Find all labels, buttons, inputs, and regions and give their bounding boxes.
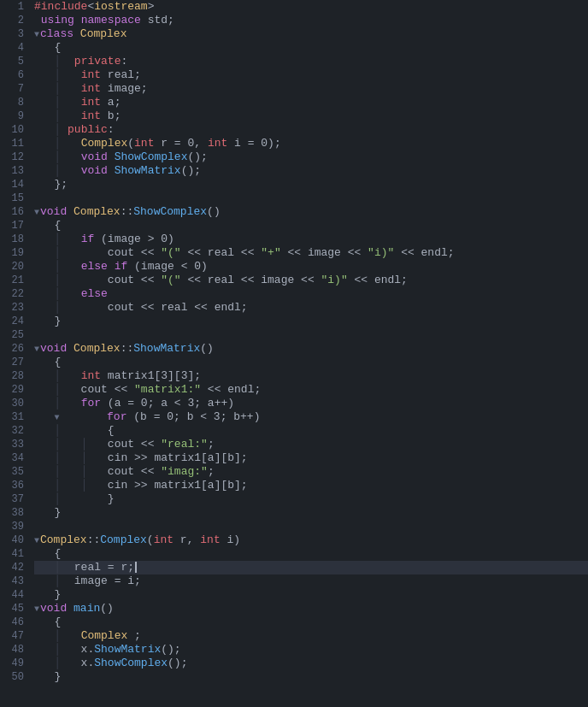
code-line-29: │ cout << "matrix1:" << endl; bbox=[34, 383, 588, 397]
code-line-32: │ { bbox=[34, 424, 588, 438]
fold-icon-45[interactable]: ▼ bbox=[34, 603, 39, 616]
code-line-6: │ int real; bbox=[34, 68, 588, 82]
code-line-18: │ if (image > 0) bbox=[34, 233, 588, 246]
code-line-47: │ Complex ; bbox=[34, 629, 588, 643]
code-line-24: } bbox=[34, 315, 588, 328]
code-line-23: │ cout << real << endl; bbox=[34, 301, 588, 315]
code-line-9: │ int b; bbox=[34, 109, 588, 123]
code-content[interactable]: #include<iostream> using namespace std; … bbox=[31, 0, 588, 707]
code-line-3: ▼class Complex bbox=[34, 27, 588, 41]
code-line-16: ▼void Complex::ShowComplex() bbox=[34, 205, 588, 219]
fold-icon-16[interactable]: ▼ bbox=[34, 206, 39, 220]
code-line-14: }; bbox=[34, 178, 588, 191]
code-line-10: │ public: bbox=[34, 123, 588, 137]
code-line-26: ▼void Complex::ShowMatrix() bbox=[34, 342, 588, 356]
code-line-40: ▼Complex::Complex(int r, int i) bbox=[34, 533, 588, 547]
code-line-20: │ else if (image < 0) bbox=[34, 260, 588, 274]
code-line-22: │ else bbox=[34, 287, 588, 301]
code-line-38: } bbox=[34, 506, 588, 520]
code-line-45: ▼void main() bbox=[34, 602, 588, 616]
fold-icon-3[interactable]: ▼ bbox=[34, 28, 39, 42]
fold-icon-31[interactable]: ▼ bbox=[54, 411, 59, 425]
code-line-36: │ │ cin >> matrix1[a][b]; bbox=[34, 479, 588, 492]
code-line-11: │ Complex(int r = 0, int i = 0); bbox=[34, 137, 588, 150]
code-line-34: │ │ cin >> matrix1[a][b]; bbox=[34, 451, 588, 465]
code-line-1: #include<iostream> bbox=[34, 0, 588, 14]
code-line-37: │ } bbox=[34, 492, 588, 506]
code-line-35: │ │ cout << "imag:"; bbox=[34, 465, 588, 479]
code-line-30: │ for (a = 0; a < 3; a++) bbox=[34, 397, 588, 410]
code-line-15 bbox=[34, 191, 588, 205]
code-line-50: } bbox=[34, 670, 588, 684]
code-line-13: │ void ShowMatrix(); bbox=[34, 164, 588, 178]
code-editor: 1 2 3 4 5 6 7 8 9 10 11 12 13 14 15 16 1… bbox=[0, 0, 588, 707]
code-line-39 bbox=[34, 520, 588, 533]
code-line-49: │ x.ShowComplex(); bbox=[34, 657, 588, 670]
fold-icon-26[interactable]: ▼ bbox=[34, 343, 39, 356]
code-line-42: │ real = r; bbox=[34, 561, 588, 574]
code-line-2: using namespace std; bbox=[34, 14, 588, 27]
code-line-17: { bbox=[34, 219, 588, 233]
code-line-43: │ image = i; bbox=[34, 574, 588, 588]
code-line-5: │ private: bbox=[34, 55, 588, 68]
code-line-28: │ int matrix1[3][3]; bbox=[34, 369, 588, 383]
code-line-46: { bbox=[34, 616, 588, 629]
code-line-12: │ void ShowComplex(); bbox=[34, 150, 588, 164]
code-line-8: │ int a; bbox=[34, 96, 588, 109]
code-line-27: { bbox=[34, 356, 588, 369]
code-line-44: } bbox=[34, 588, 588, 602]
code-line-4: { bbox=[34, 41, 588, 55]
code-line-25 bbox=[34, 328, 588, 342]
line-numbers: 1 2 3 4 5 6 7 8 9 10 11 12 13 14 15 16 1… bbox=[0, 0, 31, 707]
code-line-19: │ cout << "(" << real << "+" << image <<… bbox=[34, 246, 588, 260]
fold-icon-40[interactable]: ▼ bbox=[34, 534, 39, 548]
code-line-41: { bbox=[34, 547, 588, 561]
code-line-48: │ x.ShowMatrix(); bbox=[34, 643, 588, 657]
code-line-31: ▼ for (b = 0; b < 3; b++) bbox=[34, 410, 588, 424]
code-line-21: │ cout << "(" << real << image << "i)" <… bbox=[34, 274, 588, 287]
code-line-7: │ int image; bbox=[34, 82, 588, 96]
code-line-33: │ │ cout << "real:"; bbox=[34, 438, 588, 451]
